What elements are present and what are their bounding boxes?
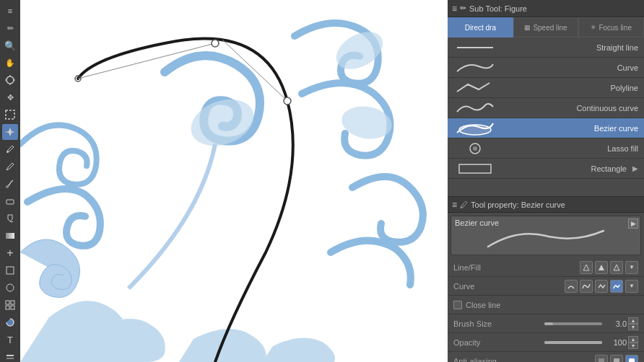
line-fill-btn3[interactable] bbox=[610, 261, 623, 274]
svg-rect-11 bbox=[11, 306, 14, 309]
bezier-preview-box: Bezier curve ▶ bbox=[451, 216, 641, 255]
line-fill-btn2[interactable] bbox=[595, 261, 608, 274]
svg-rect-13 bbox=[6, 358, 14, 359]
curve-btn1[interactable] bbox=[565, 280, 578, 293]
line-fill-controls: ▼ bbox=[580, 261, 638, 274]
opacity-row: Opacity 100 ▲ ▼ bbox=[448, 333, 644, 352]
continuous-preview bbox=[453, 101, 497, 115]
close-line-checkbox[interactable] bbox=[453, 301, 462, 309]
brush-btn[interactable] bbox=[2, 176, 18, 192]
select-magic-btn[interactable] bbox=[2, 124, 18, 140]
tool-item-lasso[interactable]: Lasso fill bbox=[448, 138, 644, 159]
line-fill-row: Line/Fill ▼ bbox=[448, 258, 644, 277]
svg-point-7 bbox=[6, 284, 14, 291]
canvas-area[interactable] bbox=[20, 0, 448, 362]
svg-point-2 bbox=[6, 151, 9, 153]
tool-item-polyline[interactable]: Polyline bbox=[448, 78, 644, 98]
panel-menu-icon[interactable]: ≡ bbox=[452, 4, 457, 14]
curve-dropdown[interactable]: ▼ bbox=[625, 280, 638, 293]
gradient-btn[interactable] bbox=[2, 228, 18, 244]
blur-btn[interactable] bbox=[2, 280, 18, 296]
curve-btn3[interactable] bbox=[595, 280, 608, 293]
tab-speed-line[interactable]: ▦ Speed line bbox=[513, 17, 579, 37]
svg-point-20 bbox=[212, 40, 219, 47]
bezier-label: Bezier curve bbox=[502, 124, 638, 133]
polyline-label: Polyline bbox=[502, 84, 638, 92]
opacity-down[interactable]: ▼ bbox=[628, 343, 638, 349]
tool-item-bezier[interactable]: Bezier curve bbox=[448, 118, 644, 138]
anti-aliasing-row: Anti-aliasing bbox=[448, 352, 644, 362]
tool-item-rectangle[interactable]: Rectangle ▶ bbox=[448, 159, 644, 179]
select-rect-btn[interactable] bbox=[2, 107, 18, 123]
straight-line-label: Straight line bbox=[502, 43, 638, 52]
brush-size-slider[interactable] bbox=[544, 322, 602, 325]
brush-size-row: Brush Size 3.0 ▲ ▼ bbox=[448, 314, 644, 333]
curve-btn4[interactable] bbox=[610, 280, 623, 293]
prop-menu-icon[interactable]: ≡ bbox=[452, 200, 457, 210]
svg-rect-26 bbox=[459, 164, 491, 173]
tool-item-curve[interactable]: Curve bbox=[448, 58, 644, 78]
eyedropper-btn[interactable] bbox=[2, 141, 18, 157]
brush-size-up[interactable]: ▲ bbox=[628, 317, 638, 324]
svg-rect-10 bbox=[6, 306, 9, 309]
aa-btn1[interactable] bbox=[595, 355, 608, 363]
straight-line-preview bbox=[453, 40, 497, 55]
anti-aliasing-controls bbox=[595, 355, 638, 363]
curve-btn2[interactable] bbox=[580, 280, 593, 293]
prop-pen-icon: 🖊 bbox=[460, 200, 468, 209]
brush-size-fill bbox=[544, 322, 553, 325]
line-fill-label: Line/Fill bbox=[453, 263, 580, 272]
opacity-spinners: ▲ ▼ bbox=[628, 336, 638, 349]
shape-btn[interactable] bbox=[2, 314, 18, 330]
tool-item-straight[interactable]: Straight line bbox=[448, 37, 644, 58]
tab-focus-label: Focus line bbox=[599, 24, 632, 32]
svg-rect-27 bbox=[599, 358, 604, 363]
tool-item-continuous[interactable]: Continuous curve bbox=[448, 98, 644, 118]
svg-point-14 bbox=[184, 91, 260, 154]
text-btn[interactable]: T bbox=[2, 332, 18, 348]
line-fill-dropdown[interactable]: ▼ bbox=[625, 261, 638, 274]
canvas-svg bbox=[20, 0, 448, 362]
opacity-slider[interactable] bbox=[544, 341, 602, 344]
pen-tool-btn[interactable]: ✏ bbox=[2, 20, 18, 36]
svg-point-25 bbox=[473, 146, 477, 151]
svg-rect-29 bbox=[629, 358, 635, 363]
add-btn[interactable]: + bbox=[2, 245, 18, 261]
tab-speed-label: Speed line bbox=[533, 24, 567, 32]
fill-btn[interactable] bbox=[2, 211, 18, 226]
lasso-preview bbox=[453, 141, 497, 156]
curve-type-label: Curve bbox=[453, 282, 565, 291]
layer-btn[interactable] bbox=[2, 349, 18, 362]
rectangle-label: Rectangle bbox=[502, 164, 627, 173]
tab-focus-line[interactable]: ✳ Focus line bbox=[578, 17, 644, 37]
property-panel: ≡ 🖊 Tool property: Bezier curve Bezier c… bbox=[448, 196, 644, 362]
brush-size-spinners: ▲ ▼ bbox=[628, 317, 638, 330]
svg-point-21 bbox=[284, 97, 291, 105]
bezier-expand-btn[interactable]: ▶ bbox=[628, 218, 638, 229]
rectangle-expand-icon[interactable]: ▶ bbox=[632, 164, 638, 172]
grid-btn[interactable] bbox=[2, 297, 18, 313]
aa-btn3[interactable] bbox=[625, 355, 638, 363]
anti-aliasing-label: Anti-aliasing bbox=[453, 357, 595, 363]
transform-btn[interactable] bbox=[2, 72, 18, 88]
curve-preview bbox=[453, 61, 497, 75]
opacity-controls: 100 ▲ ▼ bbox=[544, 336, 638, 349]
menu-icon[interactable]: ≡ bbox=[2, 3, 18, 19]
tab-direct-draw[interactable]: Direct dra bbox=[448, 17, 513, 37]
search-btn[interactable]: 🔍 bbox=[2, 37, 18, 53]
move-btn[interactable]: ✥ bbox=[2, 89, 18, 105]
brush-size-down[interactable]: ▼ bbox=[628, 324, 638, 330]
svg-rect-5 bbox=[6, 233, 14, 239]
continuous-label: Continuous curve bbox=[502, 104, 638, 112]
line-fill-btn1[interactable] bbox=[580, 261, 593, 274]
hand-tool-btn[interactable]: ✋ bbox=[2, 55, 18, 71]
aa-btn2[interactable] bbox=[610, 355, 623, 363]
pencil-btn[interactable] bbox=[2, 159, 18, 175]
opacity-up[interactable]: ▲ bbox=[628, 336, 638, 343]
eraser2-btn[interactable] bbox=[2, 262, 18, 278]
tab-direct-label: Direct dra bbox=[465, 24, 496, 32]
bezier-preview-icon bbox=[453, 121, 497, 136]
opacity-label: Opacity bbox=[453, 338, 544, 347]
eraser-btn[interactable] bbox=[2, 193, 18, 209]
opacity-value: 100 bbox=[604, 338, 627, 347]
